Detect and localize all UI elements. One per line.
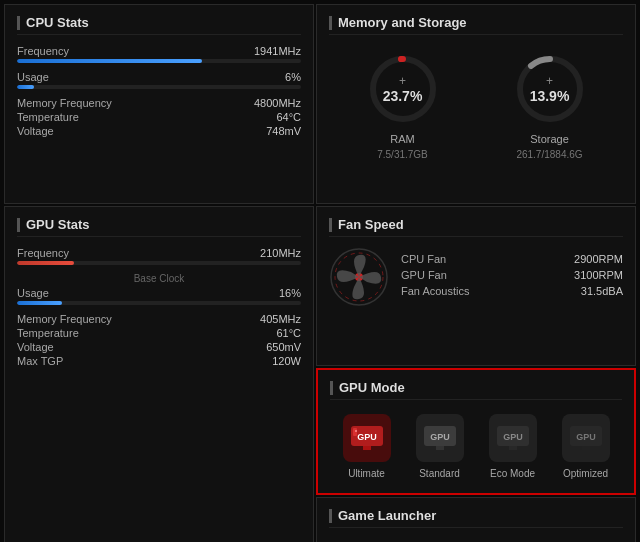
fan-title-text: Fan Speed: [338, 217, 404, 232]
gpu-mode-standard-label: Standard: [419, 468, 460, 479]
gpu-mode-eco[interactable]: GPU Eco Mode: [489, 414, 537, 479]
gpu-fan-value: 3100RPM: [574, 269, 623, 281]
gpu-mode-optimized-label: Optimized: [563, 468, 608, 479]
cpu-frequency-row: Frequency 1941MHz: [17, 45, 301, 57]
svg-rect-10: [353, 428, 357, 436]
gpu-mem-freq-row: Memory Frequency 405MHz: [17, 313, 301, 325]
cpu-extra-stats: Memory Frequency 4800MHz Temperature 64°…: [17, 97, 301, 137]
memory-title-text: Memory and Storage: [338, 15, 467, 30]
gpu-stats-panel: GPU Stats Frequency 210MHz Base Clock Us…: [4, 206, 314, 542]
gpu-mode-title-text: GPU Mode: [339, 380, 405, 395]
gpu-usage-bar: [17, 301, 301, 305]
svg-text:GPU: GPU: [576, 432, 596, 442]
svg-rect-8: [363, 446, 371, 450]
ram-gauge-container: + 23.7% RAM 7.5/31.7GB: [363, 49, 443, 160]
cpu-voltage-row: Voltage 748mV: [17, 125, 301, 137]
gpu-freq-bar: [17, 261, 301, 265]
gpu-freq-label: Frequency: [17, 247, 69, 259]
gpu-mem-freq-value: 405MHz: [260, 313, 301, 325]
dashboard: CPU Stats Frequency 1941MHz Usage 6% Mem…: [0, 0, 640, 542]
base-clock-label: Base Clock: [17, 273, 301, 284]
gpu-stats-title: GPU Stats: [17, 217, 301, 237]
gpu-stats-title-text: GPU Stats: [26, 217, 90, 232]
gpu-frequency-row: Frequency 210MHz: [17, 247, 301, 259]
gpu-mode-ultimate[interactable]: GPU Ultimate: [343, 414, 391, 479]
fan-panel-title: Fan Speed: [329, 217, 623, 237]
storage-percent: 13.9%: [530, 88, 570, 104]
gpu-temp-row: Temperature 61°C: [17, 327, 301, 339]
cpu-mem-freq-label: Memory Frequency: [17, 97, 112, 109]
gpu-mode-standard[interactable]: GPU Standard: [416, 414, 464, 479]
gpu-freq-value: 210MHz: [260, 247, 301, 259]
ram-sub: 7.5/31.7GB: [377, 149, 428, 160]
cpu-usage-label: Usage: [17, 71, 49, 83]
gpu-usage-bar-fill: [17, 301, 62, 305]
cpu-voltage-value: 748mV: [266, 125, 301, 137]
gpu-temp-label: Temperature: [17, 327, 79, 339]
cpu-fan-value: 2900RPM: [574, 253, 623, 265]
storage-label: Storage: [530, 133, 569, 145]
cpu-fan-label: CPU Fan: [401, 253, 446, 265]
gpu-max-tgp-value: 120W: [272, 355, 301, 367]
cpu-freq-value: 1941MHz: [254, 45, 301, 57]
cpu-usage-bar: [17, 85, 301, 89]
ram-label: RAM: [390, 133, 414, 145]
fan-icon: [329, 247, 389, 307]
gpu-usage-label: Usage: [17, 287, 49, 299]
gpu-mode-eco-label: Eco Mode: [490, 468, 535, 479]
gpu-mode-title: GPU Mode: [330, 380, 622, 400]
gpu-temp-value: 61°C: [276, 327, 301, 339]
ram-percent: 23.7%: [383, 88, 423, 104]
gpu-mode-optimized[interactable]: GPU Optimized: [562, 414, 610, 479]
svg-rect-12: [436, 446, 444, 450]
acoustics-value: 31.5dBA: [581, 285, 623, 297]
gpu-mode-optimized-icon: GPU: [562, 414, 610, 462]
svg-text:GPU: GPU: [357, 432, 377, 442]
game-launcher-title: Game Launcher: [329, 508, 623, 528]
acoustics-label: Fan Acoustics: [401, 285, 469, 297]
cpu-title-text: CPU Stats: [26, 15, 89, 30]
cpu-stats-panel: CPU Stats Frequency 1941MHz Usage 6% Mem…: [4, 4, 314, 204]
gpu-max-tgp-label: Max TGP: [17, 355, 63, 367]
gpu-mode-ultimate-label: Ultimate: [348, 468, 385, 479]
fan-speed-panel: Fan Speed CPU Fan: [316, 206, 636, 366]
memory-content: + 23.7% RAM 7.5/31.7GB +: [329, 45, 623, 164]
gpu-usage-value: 16%: [279, 287, 301, 299]
gpu-mode-panel: GPU Mode GPU Ultimate: [316, 368, 636, 495]
cpu-mem-freq-row: Memory Frequency 4800MHz: [17, 97, 301, 109]
fan-content: CPU Fan 2900RPM GPU Fan 3100RPM Fan Acou…: [329, 247, 623, 307]
svg-text:GPU: GPU: [430, 432, 450, 442]
ram-gauge: + 23.7%: [363, 49, 443, 129]
gpu-max-tgp-row: Max TGP 120W: [17, 355, 301, 367]
ram-gauge-center: + 23.7%: [383, 74, 423, 104]
gpu-mode-standard-icon: GPU: [416, 414, 464, 462]
svg-text:GPU: GPU: [503, 432, 523, 442]
storage-gauge-container: + 13.9% Storage 261.7/1884.6G: [510, 49, 590, 160]
gpu-voltage-label: Voltage: [17, 341, 54, 353]
gpu-extra-stats: Memory Frequency 405MHz Temperature 61°C…: [17, 313, 301, 367]
game-empty-text: Add games to Game Library: [329, 538, 623, 542]
svg-rect-18: [582, 446, 590, 450]
gpu-usage-row: Usage 16%: [17, 287, 301, 299]
gpu-fan-row: GPU Fan 3100RPM: [401, 269, 623, 281]
gpu-mode-eco-icon: GPU: [489, 414, 537, 462]
cpu-panel-title: CPU Stats: [17, 15, 301, 35]
acoustics-row: Fan Acoustics 31.5dBA: [401, 285, 623, 297]
cpu-mem-freq-value: 4800MHz: [254, 97, 301, 109]
memory-panel-title: Memory and Storage: [329, 15, 623, 35]
cpu-usage-bar-fill: [17, 85, 34, 89]
gpu-voltage-value: 650mV: [266, 341, 301, 353]
gpu-fan-label: GPU Fan: [401, 269, 447, 281]
cpu-temp-label: Temperature: [17, 111, 79, 123]
game-launcher-panel: Game Launcher Add games to Game Library: [316, 497, 636, 542]
fan-stats: CPU Fan 2900RPM GPU Fan 3100RPM Fan Acou…: [401, 253, 623, 301]
gpu-voltage-row: Voltage 650mV: [17, 341, 301, 353]
svg-rect-15: [509, 446, 517, 450]
cpu-voltage-label: Voltage: [17, 125, 54, 137]
cpu-freq-bar: [17, 59, 301, 63]
storage-sub: 261.7/1884.6G: [516, 149, 582, 160]
game-launcher-title-text: Game Launcher: [338, 508, 436, 523]
gpu-mode-content: GPU Ultimate GPU Standard: [330, 410, 622, 483]
cpu-usage-value: 6%: [285, 71, 301, 83]
storage-gauge-center: + 13.9%: [530, 74, 570, 104]
